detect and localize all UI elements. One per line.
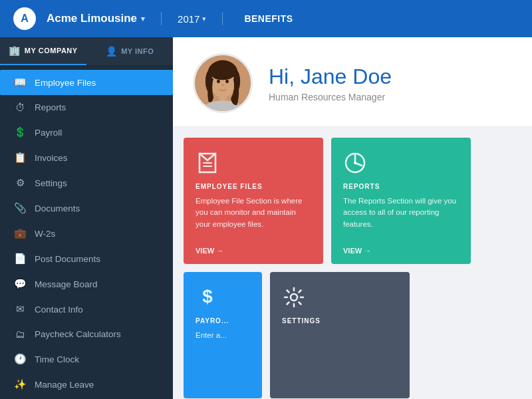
tab-my-company[interactable]: 🏢 MY COMPANY xyxy=(0,37,86,65)
sidebar-item-post-documents[interactable]: 📄 Post Documents xyxy=(0,246,173,271)
invoices-icon: 📋 xyxy=(13,152,27,164)
sidebar-item-settings[interactable]: ⚙ Settings xyxy=(0,170,173,196)
sidebar-item-label: Post Documents xyxy=(35,254,100,264)
profile-title: Human Resources Manager xyxy=(269,92,392,102)
time-clock-icon: 🕐 xyxy=(13,353,27,365)
info-tab-icon: 👤 xyxy=(106,46,118,57)
profile-section: Hi, Jane Doe Human Resources Manager xyxy=(173,37,532,127)
avatar xyxy=(193,53,253,113)
cards-grid: EMPLOYEE FILESEmployee File Section is w… xyxy=(173,127,532,399)
benefits-link[interactable]: BENEFITS xyxy=(244,13,293,24)
payroll-card-desc: Enter a... xyxy=(196,330,250,389)
post-documents-icon: 📄 xyxy=(13,253,27,265)
sidebar-item-label: Settings xyxy=(35,178,67,188)
sidebar-item-contact-info[interactable]: ✉ Contact Info xyxy=(0,297,173,322)
company-name[interactable]: Acme Limousine ▾ xyxy=(47,12,145,25)
payroll-card-icon: $ xyxy=(196,285,250,312)
sidebar: 🏢 MY COMPANY 👤 MY INFO 📖 Employee Files … xyxy=(0,37,173,399)
top-header: A Acme Limousine ▾ 2017 ▾ BENEFITS xyxy=(0,0,532,37)
payroll-icon: 💲 xyxy=(13,126,27,138)
sidebar-item-label: Reports xyxy=(35,102,66,112)
sidebar-item-w2s[interactable]: 💼 W-2s xyxy=(0,221,173,246)
sidebar-item-employee-files[interactable]: 📖 Employee Files xyxy=(0,70,173,95)
contact-info-icon: ✉ xyxy=(13,303,27,315)
payroll-card-title: PAYRO... xyxy=(196,317,250,325)
employee-files-card[interactable]: EMPLOYEE FILESEmployee File Section is w… xyxy=(184,138,323,264)
sidebar-item-payroll[interactable]: 💲 Payroll xyxy=(0,120,173,145)
sidebar-item-label: Message Board xyxy=(35,279,98,289)
employee-files-card-view[interactable]: VIEW → xyxy=(196,247,311,255)
year-chevron-icon: ▾ xyxy=(202,15,206,23)
documents-icon: 📎 xyxy=(13,202,27,214)
sidebar-item-paycheck-calculators[interactable]: 🗂 Paycheck Calculators xyxy=(0,322,173,346)
content-area: Hi, Jane Doe Human Resources Manager EMP… xyxy=(173,37,532,399)
reports-card-icon xyxy=(343,151,459,178)
tab-my-info[interactable]: 👤 MY INFO xyxy=(86,37,173,65)
year-selector[interactable]: 2017 ▾ xyxy=(178,13,206,25)
svg-point-5 xyxy=(217,79,220,83)
profile-info: Hi, Jane Doe Human Resources Manager xyxy=(269,65,392,102)
company-tab-icon: 🏢 xyxy=(9,45,21,56)
sidebar-item-label: Invoices xyxy=(35,153,68,163)
company-chevron-icon: ▾ xyxy=(141,15,145,23)
reports-card-title: REPORTS xyxy=(343,183,459,190)
sidebar-item-manage-leave[interactable]: ✨ Manage Leave xyxy=(0,372,173,397)
w2s-icon: 💼 xyxy=(13,227,27,239)
svg-point-13 xyxy=(354,162,356,164)
reports-card[interactable]: REPORTSThe Reports Section will give you… xyxy=(331,138,471,264)
svg-point-6 xyxy=(225,79,229,83)
profile-greeting: Hi, Jane Doe xyxy=(269,65,392,89)
sidebar-item-reports[interactable]: ⏱ Reports xyxy=(0,95,173,120)
company-logo-icon: A xyxy=(13,7,36,30)
reports-card-desc: The Reports Section will give you access… xyxy=(343,196,459,241)
svg-point-9 xyxy=(209,63,236,80)
sidebar-item-label: Time Clock xyxy=(35,354,79,364)
sidebar-item-label: Employee Files xyxy=(35,78,96,88)
sidebar-item-time-clock[interactable]: 🕐 Time Clock xyxy=(0,346,173,372)
settings-card-icon xyxy=(282,285,398,312)
paycheck-calculators-icon: 🗂 xyxy=(13,329,27,340)
sidebar-item-label: Paycheck Calculators xyxy=(35,329,121,339)
settings-card[interactable]: SETTINGS xyxy=(270,272,410,398)
settings-card-title: SETTINGS xyxy=(282,317,398,325)
employee-files-card-desc: Employee File Section is where you can m… xyxy=(196,196,311,241)
reports-icon: ⏱ xyxy=(13,102,27,113)
employee-files-card-title: EMPLOYEE FILES xyxy=(196,183,311,190)
sidebar-item-label: Documents xyxy=(35,203,80,213)
svg-text:$: $ xyxy=(202,286,213,307)
main-layout: 🏢 MY COMPANY 👤 MY INFO 📖 Employee Files … xyxy=(0,37,532,399)
manage-leave-icon: ✨ xyxy=(13,378,27,390)
sidebar-item-label: Payroll xyxy=(35,128,62,138)
sidebar-item-label: Manage Leave xyxy=(35,380,94,390)
sidebar-tabs: 🏢 MY COMPANY 👤 MY INFO xyxy=(0,37,173,66)
header-divider xyxy=(161,12,162,25)
svg-point-15 xyxy=(291,294,297,301)
employee-files-card-icon xyxy=(196,151,311,178)
sidebar-item-label: W-2s xyxy=(35,229,55,239)
sidebar-item-documents[interactable]: 📎 Documents xyxy=(0,196,173,221)
sidebar-item-label: Contact Info xyxy=(35,305,83,315)
sidebar-item-message-board[interactable]: 💬 Message Board xyxy=(0,271,173,297)
sidebar-nav: 📖 Employee Files ⏱ Reports 💲 Payroll 📋 I… xyxy=(0,66,173,399)
reports-card-view[interactable]: VIEW → xyxy=(343,247,459,255)
message-board-icon: 💬 xyxy=(13,278,27,290)
settings-icon: ⚙ xyxy=(13,177,27,189)
employee-files-icon: 📖 xyxy=(13,76,27,88)
sidebar-item-invoices[interactable]: 📋 Invoices xyxy=(0,145,173,170)
header-divider-2 xyxy=(222,12,223,25)
payroll-card[interactable]: $ PAYRO...Enter a... xyxy=(184,272,262,398)
